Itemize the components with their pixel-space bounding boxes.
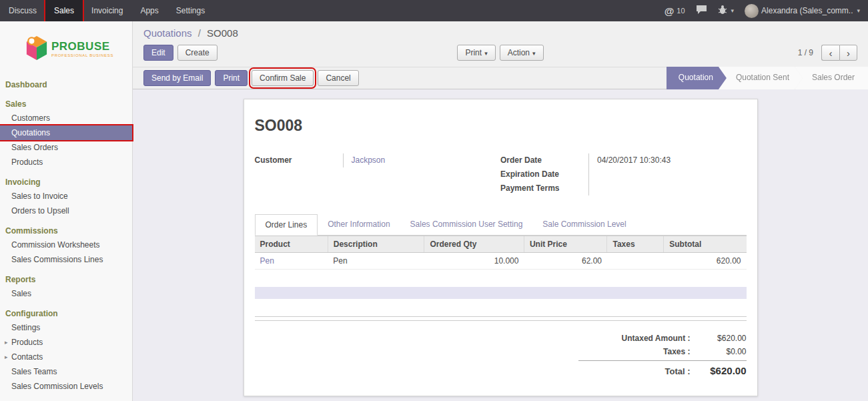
chat-icon [696, 5, 707, 17]
cell-description: Pen [328, 253, 424, 270]
expand-arrow-icon[interactable]: ▸ [5, 354, 8, 360]
sidebar-section-invoicing: Invoicing [0, 175, 132, 189]
notebook-tabs: Order Lines Other Information Sales Comm… [255, 214, 747, 236]
status-step-quotation-sent[interactable]: Quotation Sent [719, 67, 803, 89]
tab-sales-commission-user-setting[interactable]: Sales Commission User Setting [400, 214, 533, 236]
print-dropdown[interactable]: Print▾ [457, 45, 495, 61]
sidebar-item-sales-orders[interactable]: Sales Orders [0, 140, 132, 155]
group-separator [255, 316, 747, 321]
sidebar-item-customers[interactable]: Customers [0, 111, 132, 125]
systray: @ 10 ▾ Alexandra (Sales_comm.. ▾ [665, 0, 868, 21]
control-panel: Quotations / SO008 Edit Create Print▾ Ac… [133, 21, 868, 67]
form-statusbar-row: Send by Email Print Confirm Sale Cancel … [133, 67, 868, 89]
chevron-down-icon: ▾ [532, 50, 536, 57]
bug-icon [718, 5, 727, 17]
pager-previous-button[interactable]: ‹ [821, 45, 839, 61]
dates-field-group: Order Date Expiration Date Payment Terms… [500, 153, 747, 195]
send-by-email-button[interactable]: Send by Email [143, 70, 211, 86]
cell-ordered-qty: 10.000 [424, 253, 524, 270]
expiration-date-value [589, 167, 747, 181]
user-name: Alexandra (Sales_comm.. [761, 6, 853, 15]
col-taxes[interactable]: Taxes [607, 236, 664, 253]
debug-menu[interactable]: ▾ [718, 5, 735, 17]
action-dropdown[interactable]: Action▾ [500, 45, 544, 61]
create-button[interactable]: Create [177, 45, 218, 61]
sidebar-section-commissions: Commissions [0, 224, 132, 238]
payment-terms-label: Payment Terms [500, 181, 588, 195]
cell-taxes [607, 253, 664, 270]
table-row[interactable]: Pen Pen 10.000 62.00 620.00 [255, 253, 747, 270]
sidebar-item-sales-to-invoice[interactable]: Sales to Invoice [0, 189, 132, 204]
pager-next-button[interactable]: › [839, 45, 857, 61]
cancel-button[interactable]: Cancel [318, 70, 358, 86]
activities-menu[interactable]: @ 10 [665, 5, 685, 17]
sidebar-item-settings[interactable]: Settings [0, 320, 132, 335]
workflow-buttons: Send by Email Print Confirm Sale Cancel [143, 70, 359, 86]
app-menu: Discuss Sales Invoicing Apps Settings [0, 0, 213, 21]
form-view-body: SO008 Customer Jackpson Order Date E [133, 89, 868, 401]
sidebar: PROBUSE PROFESSIONAL BUSINESS Dashboard … [0, 21, 133, 401]
total-label: Total : [665, 366, 690, 376]
edit-button[interactable]: Edit [143, 45, 173, 61]
sidebar-item-orders-to-upsell[interactable]: Orders to Upsell [0, 204, 132, 218]
order-lines-table: Product Description Ordered Qty Unit Pri… [255, 236, 747, 270]
nav-discuss[interactable]: Discuss [0, 0, 45, 21]
nav-sales[interactable]: Sales [45, 0, 83, 21]
col-unit-price[interactable]: Unit Price [524, 236, 607, 253]
breadcrumb-quotations[interactable]: Quotations [143, 27, 192, 39]
col-product[interactable]: Product [255, 236, 328, 253]
sidebar-item-sales-commissions-lines[interactable]: Sales Commissions Lines [0, 252, 132, 267]
activity-count: 10 [677, 7, 685, 15]
sidebar-item-quotations[interactable]: Quotations [0, 125, 132, 140]
sidebar-item-commission-worksheets[interactable]: Commission Worksheets [0, 238, 132, 252]
cell-product[interactable]: Pen [255, 253, 328, 270]
sidebar-item-config-contacts[interactable]: ▸ Contacts [0, 350, 132, 364]
totals: Untaxed Amount : $620.00 Taxes : $0.00 T… [578, 332, 747, 378]
user-menu[interactable]: Alexandra (Sales_comm.. ▾ [745, 4, 860, 18]
sidebar-item-reports-sales[interactable]: Sales [0, 286, 132, 301]
sidebar-item-products[interactable]: Products [0, 155, 132, 169]
untaxed-amount-value: $620.00 [699, 334, 747, 343]
customer-field-group: Customer Jackpson [255, 153, 481, 167]
probuse-logo-icon [25, 35, 48, 63]
sidebar-section-sales: Sales [0, 97, 132, 111]
brand-tagline: PROFESSIONAL BUSINESS [51, 53, 113, 57]
table-header-row: Product Description Ordered Qty Unit Pri… [255, 236, 747, 253]
col-ordered-qty[interactable]: Ordered Qty [424, 236, 524, 253]
main-content: Quotations / SO008 Edit Create Print▾ Ac… [133, 21, 868, 401]
brand-text: PROBUSE PROFESSIONAL BUSINESS [51, 41, 113, 57]
status-step-quotation[interactable]: Quotation [667, 67, 727, 89]
customer-value[interactable]: Jackpson [344, 153, 481, 167]
total-value: $620.00 [699, 365, 747, 376]
statusbar: Quotation Quotation Sent Sales Order [667, 67, 868, 89]
breadcrumb: Quotations / SO008 [143, 27, 857, 39]
activity-icon: @ [665, 5, 675, 17]
nav-apps[interactable]: Apps [131, 0, 167, 21]
chevron-down-icon: ▾ [484, 50, 488, 57]
confirm-sale-button[interactable]: Confirm Sale [252, 70, 314, 86]
control-panel-buttons: Edit Create Print▾ Action▾ 1 / 9 ‹ › [143, 45, 857, 67]
sidebar-item-sales-commission-levels[interactable]: Sales Commission Levels [0, 379, 132, 394]
tab-sale-commission-level[interactable]: Sale Commission Level [532, 214, 636, 236]
col-description[interactable]: Description [328, 236, 424, 253]
sidebar-item-config-products[interactable]: ▸ Products [0, 335, 132, 350]
sidebar-item-dashboard[interactable]: Dashboard [0, 78, 132, 91]
tab-other-information[interactable]: Other Information [318, 214, 400, 236]
expand-arrow-icon[interactable]: ▸ [5, 339, 8, 346]
brand: PROBUSE PROFESSIONAL BUSINESS [0, 25, 132, 77]
tab-order-lines[interactable]: Order Lines [255, 214, 318, 236]
empty-line-row[interactable] [255, 287, 747, 299]
sidebar-item-label: Products [11, 338, 43, 347]
status-step-sales-order[interactable]: Sales Order [795, 67, 868, 89]
untaxed-amount-label: Untaxed Amount : [622, 334, 691, 343]
col-subtotal[interactable]: Subtotal [664, 236, 747, 253]
sidebar-item-sales-teams[interactable]: Sales Teams [0, 364, 132, 379]
print-button[interactable]: Print [215, 70, 248, 86]
nav-invoicing[interactable]: Invoicing [83, 0, 131, 21]
action-dropdown-label: Action [508, 48, 530, 57]
nav-settings[interactable]: Settings [167, 0, 213, 21]
quotation-sheet: SO008 Customer Jackpson Order Date E [244, 99, 758, 396]
sidebar-section-configuration: Configuration [0, 307, 132, 320]
messages-menu[interactable] [696, 5, 707, 17]
chevron-down-icon: ▾ [857, 7, 860, 14]
